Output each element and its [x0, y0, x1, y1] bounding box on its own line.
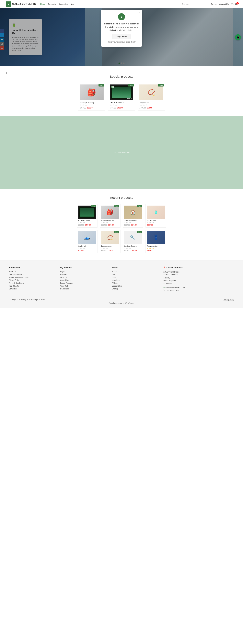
footer-link-dashboard[interactable]: Dashboard — [60, 288, 108, 290]
nav-contact[interactable]: Contact Us — [219, 3, 228, 5]
search-input[interactable] — [180, 2, 209, 6]
prices-cream: £250.00 — [147, 224, 165, 226]
product-card-house[interactable]: Sale! 🏠 5 bedroom House... ★★★★★ £300.00… — [123, 204, 144, 228]
footer-link-wishlist[interactable]: Wish List — [60, 276, 108, 278]
recent-products-title: Recent products — [9, 196, 234, 200]
product-card-tv-special[interactable]: Sale! NEW2021 LG UHD TV LG 43UP78006LB..… — [108, 83, 135, 110]
footer-extras-title: Extras — [112, 266, 159, 269]
price-old-3: £150.00 — [140, 107, 146, 109]
nav-blog-label: Blog — [70, 3, 74, 5]
product-card-tools[interactable]: Sale! 🔧 Cordless Colour... ★★★★★ £300.00… — [123, 230, 144, 253]
modal-close-button[interactable]: ✕ — [138, 11, 140, 14]
product-card-jeans[interactable]: 👖 Fashion cloth... ★★★★★ £100.00 — [146, 230, 166, 253]
price-old-2: £500.00 — [110, 107, 116, 109]
stars-bag-recent: ★★★★★ — [101, 222, 119, 223]
prices-necklace-recent: £150.00 £50.00 — [101, 250, 119, 252]
site-name: WALEX CONCEPTS — [12, 3, 36, 5]
price-single-jeans: £100.00 — [147, 250, 153, 252]
prices-1: £350.00 £200.00 — [80, 106, 104, 109]
footer-phone: 📞 +91 0987-654-321 — [164, 289, 234, 292]
footer-link-newsletter[interactable]: Newsletter — [112, 279, 159, 281]
price-new-necklace-recent: £50.00 — [108, 250, 113, 252]
footer-link-refund[interactable]: Refund and Returns Policy — [9, 276, 56, 278]
price-old-house: £300.00 — [124, 224, 130, 226]
prices-tv-recent: £500.00 £400.00 — [78, 224, 96, 226]
modal-overlay: ✕ iz Please take time to show your suppo… — [0, 8, 243, 66]
product-name-tools: Cordless Colour... — [124, 245, 142, 247]
address-line1: 218,Drimlend Building — [164, 270, 234, 274]
stars-cream: ★★★★★ — [147, 222, 165, 223]
price-new-bag-recent: £200.00 — [108, 224, 114, 226]
address-line4: United Kingdom, — [164, 279, 234, 282]
product-name-bag-recent: Mummy Changing... — [101, 220, 119, 221]
header: iz WALEX CONCEPTS Home Products Categori… — [0, 0, 243, 8]
footer-link-sitemap[interactable]: Sitemap — [112, 288, 159, 290]
footer-link-about[interactable]: About Us — [9, 270, 56, 272]
sale-badge-tv-recent: Sale! — [92, 205, 96, 207]
sale-badge-bag-recent: Sale! — [114, 205, 119, 207]
product-card-cream[interactable]: 🧴 Body cream ★★★★★ £250.00 — [146, 204, 166, 228]
footer-link-forgot-password[interactable]: Forgot Password — [60, 282, 108, 284]
copyright-text: Copyright · Created by WalexConcepts © 2… — [9, 298, 45, 300]
product-card-bag[interactable]: Sale! 🎒 Mummy Changing... ★★★★★ £350.00 … — [78, 83, 105, 110]
product-card-bag-recent[interactable]: Sale! 🎒 Mummy Changing... ★★★★★ £350.00 … — [100, 204, 120, 228]
nav-home[interactable]: Home — [40, 3, 45, 5]
stars-2: ★★★★★ — [110, 104, 134, 106]
product-card-necklace-special[interactable]: Sale! 📿 Engagement... ★★★★★ £150.00 £50.… — [138, 83, 165, 110]
footer-grid: Information About Us Delivery Informatio… — [9, 266, 234, 292]
recent-products-grid: Sale! LG UHD TV LG 43UP78006LB... ★★★★★ … — [77, 204, 166, 253]
footer-link-affiliates[interactable]: Affiliates — [112, 282, 159, 284]
product-card-car[interactable]: 🚙 Car for sale ★★★★★ £200.00 — [77, 230, 98, 253]
product-image-tv-special: NEW2021 LG UHD TV — [110, 84, 134, 100]
footer-link-contact[interactable]: Contact Us — [9, 288, 56, 290]
price-old-1: £350.00 — [80, 107, 86, 109]
footer-link-blog[interactable]: Blog — [112, 274, 159, 276]
footer-link-special-offer[interactable]: Special Offer — [112, 285, 159, 287]
price-old-tools: £300.00 — [124, 250, 130, 252]
footer-link-brands[interactable]: Brands — [112, 270, 159, 272]
address-line2: Sarthana jakatnake — [164, 274, 234, 276]
stars-tools: ★★★★★ — [124, 247, 142, 249]
prices-3: £150.00 £50.00 — [140, 106, 163, 109]
nav-brands[interactable]: Brands — [211, 3, 217, 5]
header-right: Brands Contact Us Wishlist 1 — [180, 2, 237, 6]
footer-link-privacy[interactable]: Privacy Policy — [9, 279, 56, 281]
footer-account-col: My Account Login Register Wish List Orde… — [60, 266, 108, 292]
prices-car: £200.00 — [78, 250, 96, 252]
product-image-house: 🏠 — [124, 206, 142, 218]
footer-link-delivery[interactable]: Delivery Information — [9, 274, 56, 276]
product-name-tv-recent: LG 43UP78006LB... — [78, 220, 96, 221]
product-card-necklace-recent[interactable]: Sale! 📿 Engagement... ★★★★★ £150.00 £50.… — [100, 230, 120, 253]
main-nav: Home Products Categories Blog ▾ — [40, 3, 76, 5]
special-products-section: 2 Special products Sale! 🎒 Mummy Changin… — [0, 66, 243, 116]
prices-2: £500.00 £400.00 — [110, 106, 134, 109]
price-old-bag-recent: £350.00 — [101, 224, 107, 226]
green-content-section: Your content here — [0, 116, 243, 189]
footer-link-orders[interactable]: Order History — [60, 279, 108, 281]
logo-text: iz — [8, 3, 9, 5]
stars-house: ★★★★★ — [124, 222, 142, 223]
nav-blog[interactable]: Blog ▾ — [70, 3, 76, 5]
stars-tv-recent: ★★★★★ — [78, 222, 96, 223]
price-new-2: £400.00 — [117, 107, 123, 109]
location-icon: 📍 — [164, 266, 166, 269]
chevron-down-icon: ▾ — [75, 3, 76, 5]
nav-products[interactable]: Products — [48, 3, 56, 5]
footer-link-help[interactable]: Help & FAQs — [9, 285, 56, 287]
footer-link-login[interactable]: Login — [60, 270, 108, 272]
footer-link-forum[interactable]: Forum — [112, 276, 159, 278]
footer-link-register[interactable]: Register — [60, 274, 108, 276]
product-image-jeans: 👖 — [147, 231, 165, 244]
footer-link-terms[interactable]: Terms & Conditions — [9, 282, 56, 284]
product-name-jeans: Fashion cloth... — [147, 245, 165, 247]
footer-account-title: My Account — [60, 266, 108, 269]
plugin-details-button[interactable]: Plugin details — [112, 34, 130, 39]
privacy-policy-link[interactable]: Privacy Policy — [224, 298, 234, 300]
your-content-label: Your content here — [114, 151, 130, 154]
footer-link-cart[interactable]: View Cart — [60, 285, 108, 287]
product-card-tv-recent[interactable]: Sale! LG UHD TV LG 43UP78006LB... ★★★★★ … — [77, 204, 98, 228]
product-name-house: 5 bedroom House... — [124, 220, 142, 221]
nav-categories[interactable]: Categories — [58, 3, 68, 5]
product-image-bag: 🎒 — [80, 84, 104, 100]
sale-badge-tools: Sale! — [137, 231, 142, 233]
